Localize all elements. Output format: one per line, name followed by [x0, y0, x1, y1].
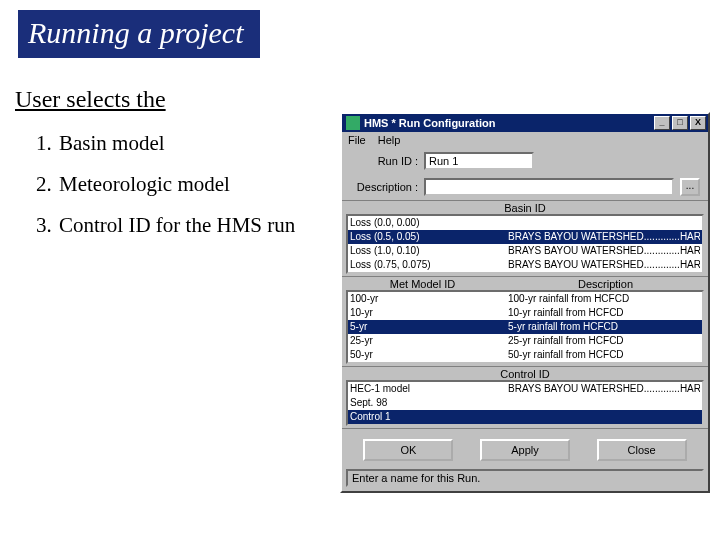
cell-id: 100-yr: [350, 292, 504, 306]
window-title: HMS * Run Configuration: [364, 117, 654, 129]
met-head-desc: Description: [503, 278, 708, 290]
apply-button[interactable]: Apply: [480, 439, 570, 461]
cell-id: Loss (1.0, 0.10): [350, 244, 504, 258]
cell-id: Control 1: [350, 410, 504, 424]
list-row[interactable]: 50-yr50-yr rainfall from HCFCD: [348, 348, 702, 362]
description-more-button[interactable]: ...: [680, 178, 700, 196]
cell-desc: BRAYS BAYOU WATERSHED.............HARRIS…: [504, 382, 700, 396]
control-listbox[interactable]: HEC-1 modelBRAYS BAYOU WATERSHED........…: [346, 380, 704, 426]
minimize-button[interactable]: _: [654, 116, 670, 130]
list-item: Basin model: [57, 123, 317, 164]
met-listbox[interactable]: 100-yr100-yr rainfall from HCFCD10-yr10-…: [346, 290, 704, 364]
list-row[interactable]: Loss (1.0, 0.10)BRAYS BAYOU WATERSHED...…: [348, 244, 702, 258]
cell-desc: [504, 396, 700, 410]
description-label: Description :: [350, 181, 418, 193]
cell-desc: 5-yr rainfall from HCFCD: [504, 320, 700, 334]
list-row[interactable]: Sept. 98: [348, 396, 702, 410]
list-row[interactable]: Loss (0.75, 0.075)BRAYS BAYOU WATERSHED.…: [348, 258, 702, 272]
cell-desc: BRAYS BAYOU WATERSHED.............HARRIS…: [504, 258, 700, 272]
cell-id: Loss (0.5, 0.05): [350, 230, 504, 244]
runid-input[interactable]: [424, 152, 534, 170]
list-row[interactable]: 100-yr100-yr rainfall from HCFCD: [348, 292, 702, 306]
list-row[interactable]: Loss (0.0, 0.00): [348, 216, 702, 230]
met-section-head: Met Model ID Description: [342, 276, 708, 290]
app-icon: [346, 116, 360, 130]
cell-id: 50-yr: [350, 348, 504, 362]
cell-id: Loss (0.0, 0.00): [350, 216, 504, 230]
cell-desc: [504, 216, 700, 230]
list-row[interactable]: Control 1: [348, 410, 702, 424]
cell-desc: [504, 410, 700, 424]
maximize-button[interactable]: □: [672, 116, 688, 130]
description-input[interactable]: [424, 178, 674, 196]
menu-bar: File Help: [342, 132, 708, 148]
cell-desc: BRAYS BAYOU WATERSHED.............HARRIS…: [504, 244, 700, 258]
cell-desc: 50-yr rainfall from HCFCD: [504, 348, 700, 362]
list-item: Control ID for the HMS run: [57, 205, 317, 246]
runid-label: Run ID :: [350, 155, 418, 167]
cell-id: Sept. 98: [350, 396, 504, 410]
slide-title: Running a project: [18, 10, 260, 58]
cell-id: 25-yr: [350, 334, 504, 348]
cell-id: 10-yr: [350, 306, 504, 320]
list-row[interactable]: HEC-1 modelBRAYS BAYOU WATERSHED........…: [348, 382, 702, 396]
button-row: OK Apply Close: [342, 428, 708, 467]
basin-section-head: Basin ID: [342, 200, 708, 214]
basin-listbox[interactable]: Loss (0.0, 0.00)Loss (0.5, 0.05)BRAYS BA…: [346, 214, 704, 274]
cell-id: Loss (0.75, 0.075): [350, 258, 504, 272]
cell-id: 5-yr: [350, 320, 504, 334]
cell-desc: BRAYS BAYOU WATERSHED.............HARRIS…: [504, 230, 700, 244]
cell-desc: 10-yr rainfall from HCFCD: [504, 306, 700, 320]
list-row[interactable]: 25-yr25-yr rainfall from HCFCD: [348, 334, 702, 348]
menu-file[interactable]: File: [348, 134, 366, 146]
met-head-id: Met Model ID: [342, 278, 503, 290]
dialog-window: HMS * Run Configuration _ □ X File Help …: [340, 112, 710, 493]
cell-id: HEC-1 model: [350, 382, 504, 396]
cell-desc: 25-yr rainfall from HCFCD: [504, 334, 700, 348]
menu-help[interactable]: Help: [378, 134, 401, 146]
cell-desc: 100-yr rainfall from HCFCD: [504, 292, 700, 306]
close-button[interactable]: Close: [597, 439, 687, 461]
list-row[interactable]: 10-yr10-yr rainfall from HCFCD: [348, 306, 702, 320]
status-bar: Enter a name for this Run.: [346, 469, 704, 487]
control-section-head: Control ID: [342, 366, 708, 380]
list-row[interactable]: Loss (0.5, 0.05)BRAYS BAYOU WATERSHED...…: [348, 230, 702, 244]
ok-button[interactable]: OK: [363, 439, 453, 461]
list-row[interactable]: 5-yr5-yr rainfall from HCFCD: [348, 320, 702, 334]
slide-subhead: User selects the: [15, 86, 720, 113]
close-icon[interactable]: X: [690, 116, 706, 130]
title-bar[interactable]: HMS * Run Configuration _ □ X: [342, 114, 708, 132]
list-item: Meteorologic model: [57, 164, 317, 205]
